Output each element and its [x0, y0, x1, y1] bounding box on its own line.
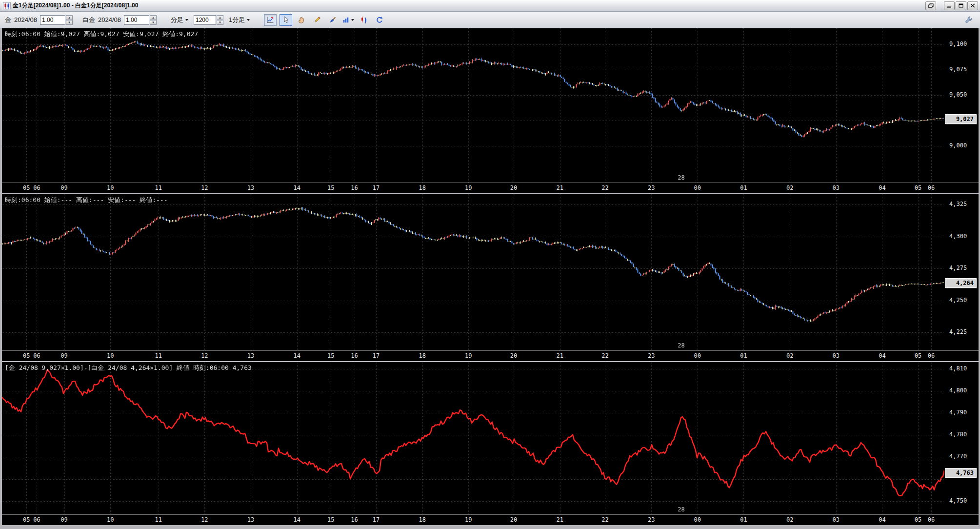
time-axis-label: 15: [327, 516, 334, 523]
candlestick-style-icon: [360, 16, 368, 24]
minimize-button[interactable]: [944, 1, 955, 10]
bar-count-input[interactable]: [194, 15, 216, 25]
time-axis-label: 00: [694, 516, 701, 523]
time-axis-label: 05: [915, 516, 921, 523]
platinum-instrument-label: 白金: [82, 16, 95, 24]
time-axis-label: 12: [201, 352, 208, 359]
gold-plot: 時刻:06:00 始値:9,027 高値:9,027 安値:9,027 終値:9…: [2, 28, 944, 183]
spin-down-icon[interactable]: ▾: [66, 20, 73, 25]
time-axis-label: 12: [201, 516, 208, 523]
time-axis-label: 14: [293, 516, 300, 523]
titlebar: 金1分足[2024/08]1.00 - 白金1分足[2024/08]1.00: [0, 0, 980, 12]
time-axis-label: 23: [648, 184, 655, 191]
time-axis-label: 16: [351, 184, 358, 191]
time-axis-label: 10: [107, 352, 114, 359]
time-axis-label: 15: [327, 352, 334, 359]
price-axis-label: 4,300: [949, 233, 967, 240]
time-axis-label: 16: [351, 516, 358, 523]
time-axis-label: 20: [510, 516, 517, 523]
time-axis-label: 11: [155, 184, 161, 191]
time-axis-label: 11: [155, 352, 161, 359]
pan-hand-icon: [298, 16, 305, 24]
spin-down-icon[interactable]: ▾: [217, 20, 223, 25]
settings-wrench-button[interactable]: [962, 14, 975, 26]
spin-up-icon[interactable]: ▴: [217, 15, 223, 20]
time-axis-label: 02: [786, 516, 793, 523]
refresh-icon: [376, 16, 383, 24]
gold-chart-panel: 時刻:06:00 始値:9,027 高値:9,027 安値:9,027 終値:9…: [2, 28, 979, 193]
spin-up-icon[interactable]: ▴: [66, 15, 73, 20]
time-axis-label: 03: [833, 184, 840, 191]
spread-plot: [金 24/08 9,027×1.00]-[白金 24/08 4,264×1.0…: [2, 362, 944, 514]
platinum-chart-info: 時刻:06:00 始値:--- 高値:--- 安値:--- 終値:---: [5, 196, 168, 204]
draw-pencil-icon: [313, 16, 321, 24]
bar-count-spinner: ▴▾: [217, 15, 223, 25]
float-window-button[interactable]: [925, 1, 936, 10]
price-axis-label: 9,100: [949, 41, 967, 47]
time-axis-label: 17: [373, 184, 380, 191]
maximize-icon: [959, 3, 963, 8]
platinum-multiplier-spinbox: ▴▾: [124, 15, 157, 25]
time-axis-label: 05: [23, 352, 30, 359]
price-axis-label: 4,810: [949, 365, 967, 372]
time-axis-label: 21: [557, 516, 563, 523]
bar-count-spinbox: ▴▾: [194, 15, 223, 25]
time-axis-label: 14: [293, 184, 300, 191]
price-axis-label: 4,225: [949, 328, 967, 335]
gold-chart-info: 時刻:06:00 始値:9,027 高値:9,027 安値:9,027 終値:9…: [5, 30, 198, 39]
draw-tool-button[interactable]: [311, 14, 323, 26]
spin-up-icon[interactable]: ▴: [150, 15, 157, 20]
chart-display-button[interactable]: [264, 14, 277, 26]
time-axis-label: 06: [33, 516, 40, 523]
gold-chart-canvas[interactable]: [2, 28, 944, 183]
spin-down-icon[interactable]: ▾: [150, 20, 157, 25]
platinum-price-axis: 4,3254,3004,2754,2504,2254,264: [944, 194, 979, 350]
timeframe-dropdown[interactable]: 1分足: [226, 14, 252, 26]
price-axis-label: 9,000: [949, 142, 967, 149]
spread-chart-canvas[interactable]: [2, 362, 944, 514]
price-axis-label: 9,050: [949, 91, 967, 98]
pan-tool-button[interactable]: [295, 14, 308, 26]
gold-contract-label: 2024/08: [14, 16, 37, 23]
chevron-down-icon: [185, 19, 188, 21]
time-axis-label: 03: [833, 516, 840, 523]
gold-time-axis: 0506091011121314151617181920212223000102…: [2, 183, 979, 193]
close-button[interactable]: [967, 1, 978, 10]
spread-chart-panel: [金 24/08 9,027×1.00]-[白金 24/08 4,264×1.0…: [2, 362, 979, 525]
time-axis-label: 09: [60, 516, 67, 523]
price-axis-label: 4,800: [949, 387, 967, 394]
time-axis-label: 06: [33, 184, 40, 191]
time-axis-label: 01: [740, 516, 747, 523]
platinum-chart-canvas[interactable]: [2, 194, 944, 350]
candlestick-style-button[interactable]: [358, 14, 370, 26]
maximize-button[interactable]: [956, 1, 966, 10]
price-axis-label: 4,275: [949, 264, 967, 271]
time-axis-label: 02: [786, 352, 793, 359]
select-tool-button[interactable]: [280, 14, 292, 26]
time-axis-label: 18: [419, 516, 425, 523]
time-axis-label: 11: [155, 516, 161, 523]
gold-multiplier-input[interactable]: [40, 15, 65, 25]
time-axis-label: 12: [201, 184, 208, 191]
platinum-multiplier-input[interactable]: [124, 15, 149, 25]
time-axis-label: 06: [928, 184, 935, 191]
refresh-button[interactable]: [373, 14, 386, 26]
time-axis-label: 01: [740, 352, 747, 359]
time-axis-label: 19: [465, 184, 472, 191]
time-axis-label: 00: [694, 184, 701, 191]
time-axis-label: 18: [419, 352, 425, 359]
time-axis-label: 09: [60, 352, 67, 359]
time-axis-label: 14: [293, 352, 300, 359]
chart-display-icon: [266, 16, 274, 24]
spread-chart-info: [金 24/08 9,027×1.00]-[白金 24/08 4,264×1.0…: [5, 364, 252, 372]
close-icon: [970, 3, 975, 8]
minimize-icon: [947, 3, 952, 8]
time-axis-label: 17: [373, 352, 380, 359]
platinum-contract-label: 2024/08: [98, 16, 121, 23]
platinum-multiplier-spinner: ▴▾: [150, 15, 157, 25]
price-axis-label: 4,780: [949, 431, 967, 438]
paint-tool-button[interactable]: [326, 14, 339, 26]
indicator-dropdown-button[interactable]: [342, 14, 355, 26]
interval-type-dropdown[interactable]: 分足: [168, 14, 191, 26]
platinum-plot: 時刻:06:00 始値:--- 高値:--- 安値:--- 終値:---: [2, 194, 944, 350]
